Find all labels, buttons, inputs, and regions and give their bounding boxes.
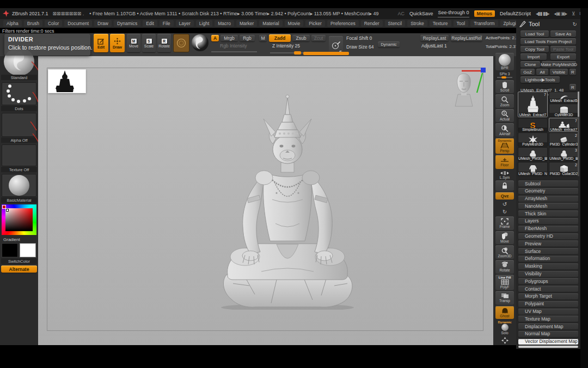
rgb-intensity-slider[interactable]: Rgb Intensity: [220, 43, 247, 49]
tool-section-item[interactable]: Deformation: [518, 256, 578, 262]
local-symmetry-button[interactable]: L.Sym: [495, 170, 514, 179]
zsub-button[interactable]: Zsub: [292, 35, 310, 41]
palette-dock-left-icon[interactable]: ◂▮▮ ▮▮▸: [536, 11, 549, 16]
menu-item[interactable]: Layer: [176, 20, 194, 27]
alternate-button[interactable]: Alternate: [1, 266, 37, 273]
tool-thumb-umesh-pm3d-n[interactable]: UMesh_PM3D_N: [518, 162, 548, 176]
draw-size-slider[interactable]: Draw Size 64: [346, 44, 374, 50]
goz-visible-button[interactable]: Visible: [550, 69, 568, 75]
goz-button[interactable]: GoZ: [520, 69, 535, 75]
ac-button[interactable]: AC: [397, 11, 405, 16]
secondary-color-swatch[interactable]: [20, 243, 36, 257]
tool-section-item[interactable]: Visibility: [518, 271, 578, 277]
xpose-button[interactable]: [495, 336, 514, 345]
tool-section-item[interactable]: Polypaint: [518, 301, 578, 307]
tool-section-item[interactable]: Morph Target: [518, 293, 578, 299]
material-thumbnail[interactable]: [2, 174, 36, 197]
qvz-button[interactable]: Qvz: [495, 192, 514, 200]
focal-shift-slider[interactable]: Focal Shift 0: [346, 35, 372, 41]
bpr-render-button[interactable]: BPR: [495, 53, 514, 70]
main-color-swatch[interactable]: [2, 243, 18, 257]
aahalf-button[interactable]: AAHalf: [495, 123, 514, 137]
document-canvas[interactable]: [38, 56, 493, 345]
quicksave-button[interactable]: QuickSave: [409, 11, 433, 16]
palette-refresh-icon[interactable]: ↻: [573, 21, 577, 27]
frame-button[interactable]: Frame: [495, 216, 514, 230]
scroll-button[interactable]: Scroll: [495, 80, 514, 94]
actual-button[interactable]: Actual: [495, 109, 514, 123]
menu-item[interactable]: Transform: [470, 20, 498, 27]
floor-button[interactable]: Floor: [495, 155, 514, 170]
rgb-intensity-track[interactable]: [211, 51, 257, 52]
minimize-icon[interactable]: ⊻: [572, 11, 575, 16]
tool-thumb-umesh-extract7-2[interactable]: 7 UMesh_extract7: [549, 118, 579, 132]
make-polymesh3d-button[interactable]: Make PolyMesh3D: [542, 61, 576, 68]
tool-section-item[interactable]: Masking: [518, 263, 578, 269]
spix-handle[interactable]: [501, 76, 506, 79]
see-through-slider[interactable]: See-through 0: [438, 10, 469, 17]
menu-item[interactable]: Color: [45, 20, 62, 27]
tool-section-item[interactable]: Polygroups: [518, 278, 578, 284]
menu-item[interactable]: Dynamics: [114, 20, 140, 27]
gradient-label[interactable]: Gradient: [1, 237, 37, 242]
move-button[interactable]: M Move: [127, 34, 140, 52]
dynamic-mode-button[interactable]: Dynamic: [378, 41, 400, 47]
menu-item[interactable]: Movie: [285, 20, 304, 27]
menu-item[interactable]: Edit: [143, 20, 157, 27]
tool-section-item[interactable]: Normal Map: [518, 331, 578, 337]
palette-dock-right-icon[interactable]: ◂▣ ▣▸: [554, 11, 567, 16]
color-sv-square[interactable]: [5, 208, 33, 231]
m-button[interactable]: M: [259, 35, 267, 41]
load-tool-button[interactable]: Load Tool: [520, 31, 549, 37]
active-tool-slider[interactable]: UMesh_Extract7_1. 48: [520, 84, 568, 91]
edit-button[interactable]: Edit: [94, 34, 108, 52]
texture-off-thumbnail[interactable]: [2, 144, 36, 166]
current-material-sphere[interactable]: [192, 34, 209, 51]
rotate-button[interactable]: R Rotate: [157, 34, 171, 52]
tool-section-item[interactable]: NanoMesh: [518, 203, 578, 209]
z-intensity-handle[interactable]: [294, 51, 301, 55]
mrgb-button[interactable]: Mrgb: [220, 35, 238, 41]
zadd-button[interactable]: Zadd: [269, 34, 291, 42]
tool-thumb-cylinder3d[interactable]: Cylinder3D: [549, 104, 579, 117]
goz-all-button[interactable]: All: [536, 69, 548, 75]
polyframe-button[interactable]: Line Fill PolyF: [495, 275, 514, 290]
spix-slider[interactable]: SPix 3: [495, 71, 514, 79]
mrgb-a-button[interactable]: A: [211, 35, 219, 41]
tool-section-item[interactable]: Preview: [518, 240, 578, 246]
menu-item[interactable]: Texture: [430, 20, 451, 27]
menu-item[interactable]: Light: [196, 20, 212, 27]
menu-item[interactable]: File: [160, 20, 174, 27]
menu-item[interactable]: Preferences: [327, 20, 359, 27]
tool-section-item[interactable]: Thick Skin: [518, 210, 578, 216]
export-button[interactable]: Export: [550, 53, 576, 60]
tool-section-item[interactable]: Surface: [518, 248, 578, 254]
tool-head-preview[interactable]: [454, 73, 474, 107]
tool-section-item[interactable]: UV Map: [518, 309, 578, 315]
tool-section-item[interactable]: Contact: [518, 286, 578, 292]
menu-item[interactable]: Marker: [236, 20, 257, 27]
tool-section-item[interactable]: FiberMesh: [518, 226, 578, 232]
lightbox-tools-button[interactable]: Lightbox▶Tools: [520, 76, 560, 83]
menu-item[interactable]: Stroke: [407, 20, 427, 27]
menu-item[interactable]: Picker: [305, 20, 325, 27]
menu-item[interactable]: Alpha: [3, 20, 22, 27]
zoom-button[interactable]: Zoom: [495, 94, 514, 108]
tool-thumb-polymesh3d[interactable]: PolyMesh3D: [518, 132, 548, 147]
tool-thumb-pm3d-cube3d2[interactable]: 2 PM3D_Cube3D2: [549, 162, 579, 176]
tool-thumb-simplebrush[interactable]: S SimpleBrush: [518, 118, 548, 132]
tool-thumb-umesh-pm3d-b[interactable]: 3 UMesh_PM3D_⊠: [549, 147, 579, 161]
copy-tool-button[interactable]: Copy Tool: [520, 46, 549, 52]
menu-item[interactable]: Stencil: [385, 20, 406, 27]
palette-scrollbar-horizontal[interactable]: [518, 346, 578, 348]
tool-thumb-umesh-extract7[interactable]: 7 UMesh_Extract7: [518, 92, 548, 117]
clone-button[interactable]: Clone: [520, 61, 540, 68]
load-tools-from-project-button[interactable]: Load Tools From Project: [520, 38, 576, 45]
tool-section-item[interactable]: Layers: [518, 218, 578, 224]
tool-thumb-umesh-pm3d-a[interactable]: UMesh_PM3D_⊠: [518, 147, 548, 161]
draw-button[interactable]: Draw: [110, 34, 125, 52]
ghost-button[interactable]: Ghost: [495, 306, 514, 319]
tool-section-item[interactable]: Texture Map: [518, 316, 578, 322]
tool-section-item[interactable]: Geometry: [518, 188, 578, 194]
lock-camera-button[interactable]: [495, 180, 514, 191]
